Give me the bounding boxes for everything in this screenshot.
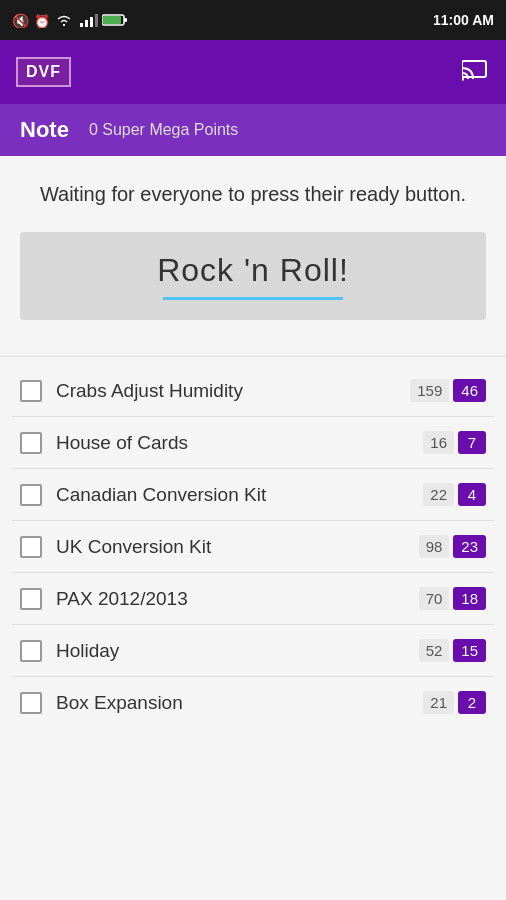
game-item[interactable]: PAX 2012/2013 70 18: [12, 573, 494, 625]
dvf-logo: DVF: [16, 57, 71, 87]
game-item[interactable]: Crabs Adjust Humidity 159 46: [12, 365, 494, 417]
cast-icon[interactable]: [462, 57, 490, 87]
main-content: Waiting for everyone to press their read…: [0, 156, 506, 340]
count-white: 21: [423, 691, 454, 714]
count-white: 16: [423, 431, 454, 454]
svg-text:🔇: 🔇: [12, 13, 30, 28]
game-item[interactable]: House of Cards 16 7: [12, 417, 494, 469]
game-name: House of Cards: [56, 432, 409, 454]
waiting-text: Waiting for everyone to press their read…: [20, 180, 486, 208]
svg-rect-8: [124, 18, 127, 22]
count-white: 159: [410, 379, 449, 402]
game-item[interactable]: UK Conversion Kit 98 23: [12, 521, 494, 573]
status-icons: 🔇 ⏰: [12, 12, 128, 28]
alarm-icon: ⏰: [34, 12, 50, 28]
wifi-icon: [54, 12, 74, 28]
game-checkbox[interactable]: [20, 432, 42, 454]
note-bar: Note 0 Super Mega Points: [0, 104, 506, 156]
note-points: 0 Super Mega Points: [89, 121, 238, 139]
game-checkbox[interactable]: [20, 640, 42, 662]
game-item[interactable]: Canadian Conversion Kit 22 4: [12, 469, 494, 521]
svg-rect-3: [85, 20, 88, 27]
game-name: Canadian Conversion Kit: [56, 484, 409, 506]
rock-button[interactable]: Rock 'n Roll!: [20, 232, 486, 320]
game-counts: 70 18: [419, 587, 486, 610]
count-purple: 23: [453, 535, 486, 558]
rock-button-text: Rock 'n Roll!: [40, 252, 466, 289]
count-white: 22: [423, 483, 454, 506]
game-checkbox[interactable]: [20, 692, 42, 714]
svg-text:⏰: ⏰: [34, 13, 50, 28]
mute-icon: 🔇: [12, 12, 30, 28]
game-counts: 52 15: [419, 639, 486, 662]
game-checkbox[interactable]: [20, 484, 42, 506]
status-bar: 🔇 ⏰ 11:00 AM: [0, 0, 506, 40]
game-counts: 22 4: [423, 483, 486, 506]
count-purple: 15: [453, 639, 486, 662]
count-white: 70: [419, 587, 450, 610]
signal-icon: [78, 12, 98, 28]
game-name: PAX 2012/2013: [56, 588, 405, 610]
count-purple: 2: [458, 691, 486, 714]
svg-rect-7: [103, 16, 121, 24]
game-counts: 159 46: [410, 379, 486, 402]
game-name: UK Conversion Kit: [56, 536, 405, 558]
battery-icon: [102, 13, 128, 27]
app-bar: DVF: [0, 40, 506, 104]
note-label: Note: [20, 117, 69, 143]
game-checkbox[interactable]: [20, 536, 42, 558]
game-item[interactable]: Holiday 52 15: [12, 625, 494, 677]
game-name: Holiday: [56, 640, 405, 662]
game-checkbox[interactable]: [20, 588, 42, 610]
count-purple: 46: [453, 379, 486, 402]
count-white: 98: [419, 535, 450, 558]
svg-rect-4: [90, 17, 93, 27]
game-counts: 98 23: [419, 535, 486, 558]
count-purple: 7: [458, 431, 486, 454]
game-checkbox[interactable]: [20, 380, 42, 402]
game-item[interactable]: Box Expansion 21 2: [12, 677, 494, 728]
status-time: 11:00 AM: [433, 12, 494, 28]
svg-rect-5: [95, 14, 98, 27]
count-purple: 4: [458, 483, 486, 506]
game-name: Box Expansion: [56, 692, 409, 714]
divider: [0, 356, 506, 357]
count-purple: 18: [453, 587, 486, 610]
button-underline: [163, 297, 343, 300]
game-counts: 21 2: [423, 691, 486, 714]
game-name: Crabs Adjust Humidity: [56, 380, 396, 402]
svg-rect-2: [80, 23, 83, 27]
count-white: 52: [419, 639, 450, 662]
game-counts: 16 7: [423, 431, 486, 454]
game-list: Crabs Adjust Humidity 159 46 House of Ca…: [0, 365, 506, 728]
